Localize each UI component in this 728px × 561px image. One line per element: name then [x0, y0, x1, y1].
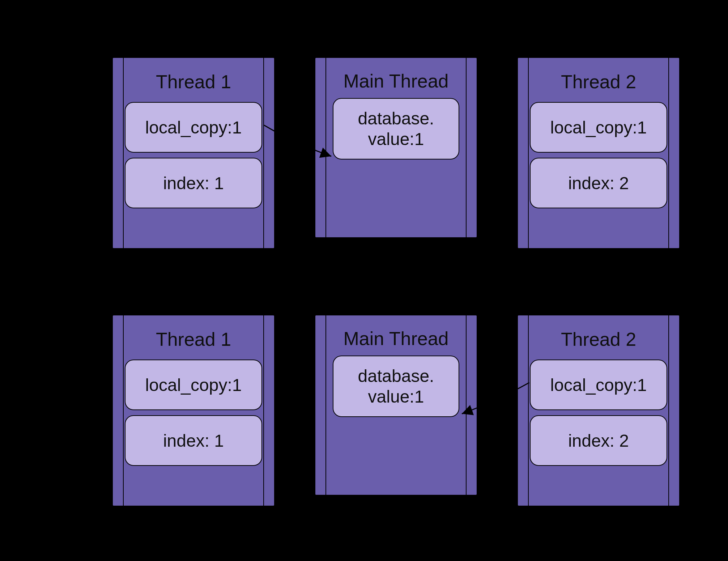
thread1-row1: Thread 1 local_copy:1 index: 1 [112, 57, 275, 249]
thread2-index: index: 2 [530, 158, 667, 208]
thread1-index: index: 1 [125, 415, 262, 466]
thread2-index: index: 2 [530, 415, 667, 466]
main-db-value: database. value:1 [333, 356, 459, 417]
thread1-local-copy: local_copy:1 [125, 360, 262, 410]
thread2-local-copy: local_copy:1 [530, 102, 667, 153]
thread1-title: Thread 1 [113, 71, 274, 93]
arrow-t2-to-main-row2 [459, 380, 530, 420]
thread1-title: Thread 1 [113, 328, 274, 350]
main-db-value: database. value:1 [333, 98, 459, 160]
main-thread-row2: Main Thread database. value:1 [315, 315, 477, 496]
thread2-local-copy: local_copy:1 [530, 360, 667, 410]
arrow-t1-to-main-row1 [263, 122, 334, 162]
thread1-row2: Thread 1 local_copy:1 index: 1 [112, 315, 275, 506]
thread2-row2: Thread 2 local_copy:1 index: 2 [517, 315, 680, 506]
thread2-title: Thread 2 [518, 328, 679, 350]
thread1-local-copy: local_copy:1 [125, 102, 262, 153]
main-thread-title: Main Thread [315, 328, 477, 349]
thread2-row1: Thread 2 local_copy:1 index: 2 [517, 57, 680, 249]
main-thread-title: Main Thread [315, 71, 477, 92]
thread1-index: index: 1 [125, 158, 262, 208]
thread2-title: Thread 2 [518, 71, 679, 93]
main-thread-row1: Main Thread database. value:1 [315, 57, 477, 238]
